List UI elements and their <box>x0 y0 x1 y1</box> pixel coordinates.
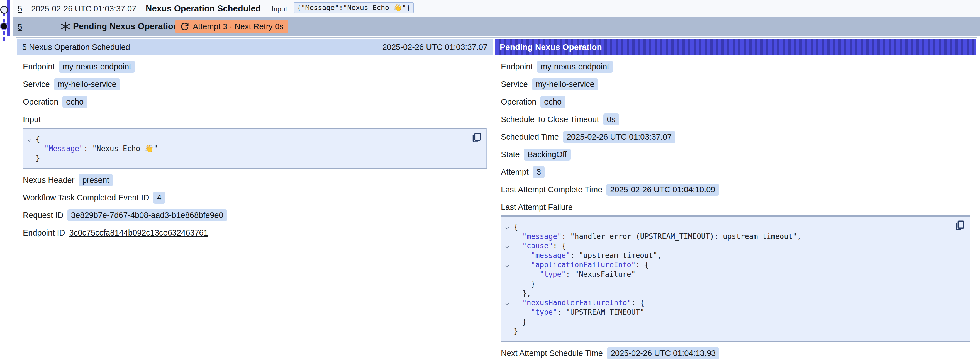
scheduled-fields: Endpointmy-nexus-endpointServicemy-hello… <box>23 60 487 108</box>
input-json-code: {"Message": "Nexus Echo 👋"} <box>27 134 470 163</box>
field-label: Endpoint <box>23 62 55 71</box>
detail-field: Operationecho <box>23 95 487 108</box>
detail-field: Next Attempt Schedule Time2025-02-26 UTC… <box>501 347 970 359</box>
detail-field: Servicemy-hello-service <box>23 78 487 91</box>
input-section-label: Input <box>23 115 487 124</box>
field-label: Last Attempt Complete Time <box>501 185 602 194</box>
json-line: "message": "handler error (UPSTREAM_TIME… <box>505 231 953 241</box>
copy-button[interactable] <box>471 132 482 144</box>
json-text: } <box>514 326 518 336</box>
json-text: "type": "NexusFailure" <box>514 270 635 279</box>
json-line: "cause": { <box>505 241 953 251</box>
field-label: Request ID <box>23 211 63 220</box>
event-input-value[interactable]: {"Message":"Nexus Echo 👋"} <box>294 2 414 13</box>
json-line: "nexusHandlerFailureInfo": { <box>505 298 953 307</box>
collapse-chevron-icon <box>505 302 510 307</box>
detail-field: Last Attempt Complete Time2025-02-26 UTC… <box>501 183 970 196</box>
field-value-badge: 4 <box>153 192 165 204</box>
field-label: Service <box>23 80 50 89</box>
json-text: } <box>514 279 535 289</box>
json-line: } <box>505 279 953 289</box>
scheduled-panel-header: 5 Nexus Operation Scheduled 2025-02-26 U… <box>17 39 493 56</box>
collapse-chevron-icon <box>505 245 510 250</box>
json-line: "applicationFailureInfo": { <box>505 260 953 270</box>
field-label: Operation <box>23 97 58 107</box>
json-line: "type": "UPSTREAM_TIMEOUT" <box>505 307 953 317</box>
retry-icon <box>180 22 189 31</box>
field-label: Endpoint <box>501 62 533 71</box>
event-timestamp: 2025-02-26 UTC 01:03:37.07 <box>31 4 136 13</box>
field-value-badge: echo <box>541 96 565 108</box>
json-line: { <box>27 134 470 144</box>
retry-status-text: Attempt 3 · Next Retry 0s <box>193 22 283 31</box>
input-json-viewer: {"Message": "Nexus Echo 👋"} <box>23 128 487 169</box>
pending-operation-title: Pending Nexus Operation <box>73 21 178 32</box>
panel-title: 5 Nexus Operation Scheduled <box>22 43 130 52</box>
detail-field: StateBackingOff <box>501 148 970 161</box>
json-text: "type": "UPSTREAM_TIMEOUT" <box>514 307 644 317</box>
detail-field: Workflow Task Completed Event ID4 <box>23 191 487 204</box>
event-id-link[interactable]: 5 <box>18 4 22 13</box>
copy-icon <box>955 220 966 231</box>
collapse-chevron-icon <box>505 263 510 269</box>
json-text: "message": "handler error (UPSTREAM_TIME… <box>514 231 802 241</box>
collapse-toggle[interactable] <box>505 224 514 229</box>
json-text: } <box>514 317 527 326</box>
collapse-chevron-icon <box>505 226 510 231</box>
field-label: Nexus Header <box>23 176 75 185</box>
field-label: Workflow Task Completed Event ID <box>23 193 149 202</box>
field-value-link[interactable]: 3c0c75ccfa8144b092c13ce632463761 <box>69 228 208 238</box>
json-line: } <box>505 326 953 336</box>
copy-button[interactable] <box>954 220 966 231</box>
pending-operation-panel: Pending Nexus Operation Endpointmy-nexus… <box>494 38 977 364</box>
detail-field: Endpointmy-nexus-endpoint <box>501 60 970 73</box>
pending-event-id-link[interactable]: 5 <box>18 22 22 32</box>
field-value-badge: echo <box>62 96 87 108</box>
json-text: "message": "upstream timeout", <box>514 251 662 260</box>
detail-field: Endpointmy-nexus-endpoint <box>23 60 487 73</box>
timeline-active-bar <box>7 0 10 36</box>
detail-field: Servicemy-hello-service <box>501 78 970 91</box>
panel-title: Pending Nexus Operation <box>500 42 602 52</box>
event-title: Nexus Operation Scheduled <box>146 4 261 14</box>
collapse-chevron-icon <box>27 138 32 143</box>
timeline-node-open-icon[interactable] <box>0 6 8 14</box>
detail-field: Request ID3e829b7e-7d67-4b08-aad3-b1e868… <box>23 209 487 222</box>
field-value-badge: my-nexus-endpoint <box>59 61 135 73</box>
json-line: "Message": "Nexus Echo 👋" <box>27 144 470 153</box>
detail-field: Nexus Headerpresent <box>23 174 487 187</box>
field-label: Scheduled Time <box>501 133 559 142</box>
field-value-badge: 3e829b7e-7d67-4b08-aad3-b1e868bfe9e0 <box>67 209 227 221</box>
field-value-badge: 2025-02-26 UTC 01:04:10.09 <box>606 184 719 196</box>
detail-field: Schedule To Close Timeout0s <box>501 113 970 126</box>
collapse-toggle[interactable] <box>27 137 36 142</box>
field-label: Operation <box>501 97 536 107</box>
field-value-badge: my-hello-service <box>54 78 120 90</box>
event-summary-row[interactable]: 5 2025-02-26 UTC 01:03:37.07 Nexus Opera… <box>13 0 980 17</box>
collapse-toggle[interactable] <box>505 300 514 305</box>
field-label: State <box>501 150 520 159</box>
json-text: } <box>36 153 40 163</box>
failure-json-viewer: {"message": "handler error (UPSTREAM_TIM… <box>501 216 970 342</box>
copy-icon <box>471 132 482 143</box>
pending-fields: Endpointmy-nexus-endpointServicemy-hello… <box>501 60 970 196</box>
retry-status-badge: Attempt 3 · Next Retry 0s <box>175 19 288 34</box>
json-text: "nexusHandlerFailureInfo": { <box>514 298 644 307</box>
detail-field: Attempt3 <box>501 166 970 178</box>
json-line: "type": "NexusFailure" <box>505 270 953 279</box>
failure-section-label: Last Attempt Failure <box>501 203 970 212</box>
pending-operation-row[interactable]: 5 Pending Nexus Operation Attempt 3 · Ne… <box>13 17 980 36</box>
pending-panel-header: Pending Nexus Operation <box>495 39 976 56</box>
field-label: Service <box>501 80 528 89</box>
event-detail-panels: 5 Nexus Operation Scheduled 2025-02-26 U… <box>16 37 977 364</box>
json-text: "Message": "Nexus Echo 👋" <box>36 144 158 153</box>
field-value-badge: 3 <box>533 166 545 178</box>
timeline-node-selected-icon[interactable] <box>1 23 7 29</box>
event-input-label: Input <box>272 5 287 13</box>
detail-field: Scheduled Time2025-02-26 UTC 01:03:37.07 <box>501 131 970 143</box>
field-label: Schedule To Close Timeout <box>501 115 599 124</box>
json-line: } <box>27 153 470 163</box>
collapse-toggle[interactable] <box>505 243 514 248</box>
pending-asterisk-icon <box>60 21 71 32</box>
collapse-toggle[interactable] <box>505 262 514 267</box>
